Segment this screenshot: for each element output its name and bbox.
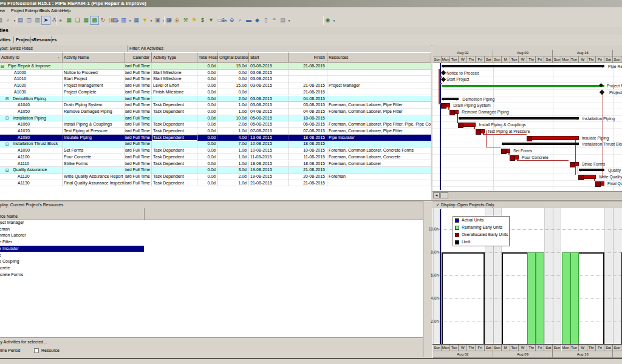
zoom-document-icon[interactable]: ⌕: [56, 16, 64, 24]
collapse-icon[interactable]: ⊟: [5, 96, 9, 101]
activity-row-A1070[interactable]: A1070Test Piping at PressureStandard Ful…: [0, 128, 431, 135]
resource-column-header[interactable]: Resource Name: [0, 208, 423, 220]
activity-row-A1060[interactable]: A1060Install Piping & CouplingsStandard …: [0, 121, 431, 128]
window-layout-icon[interactable]: ◫: [25, 16, 33, 24]
level-of-effort-bar[interactable]: [442, 85, 604, 87]
report-sheet-icon[interactable]: ▤: [279, 16, 287, 24]
horizontal-split-icon[interactable]: ▬: [245, 16, 253, 24]
tab-resources[interactable]: Resources: [33, 35, 56, 44]
column-filter-icon[interactable]: ▼: [57, 53, 60, 62]
milestone-diamond[interactable]: [600, 90, 604, 95]
activity-row-A1000[interactable]: A1000Notice to ProceedStandard Full Time…: [0, 70, 431, 76]
gantt-timescale[interactable]: Aug 02SunMonTueWThrFriSatAug 09SunMTueWT…: [432, 45, 622, 64]
activity-row-group[interactable]: Quality Assurance⊟Standard Full Time0.0d…: [0, 167, 431, 174]
add-activity-icon[interactable]: ▦: [65, 16, 73, 24]
menu-item-help[interactable]: Help: [62, 7, 70, 15]
tab-activities[interactable]: Activities: [0, 35, 10, 44]
globe-icon[interactable]: ◉: [324, 16, 332, 24]
activity-details-icon[interactable]: ▦: [165, 16, 173, 24]
zoom-out-icon[interactable]: ⊖: [228, 16, 236, 24]
activity-row-A1100[interactable]: A1100Pour ConcreteStandard Full TimeTask…: [0, 154, 431, 161]
bottom-layout-icon[interactable]: ▥: [33, 16, 41, 24]
resource-row-common-laborer[interactable]: Common Laborer: [0, 232, 423, 239]
resource-row-pipe[interactable]: Pipe: [0, 252, 423, 259]
activity-row-A1110[interactable]: A1110Strike FormsStandard Full TimeTask …: [0, 161, 431, 167]
pointer-icon[interactable]: ➤: [42, 16, 50, 24]
activity-row-A1090[interactable]: A1090Set FormsStandard Full TimeTask Dep…: [0, 147, 431, 154]
spreadsheet-icon[interactable]: ▦: [132, 16, 140, 24]
activity-row-A1130[interactable]: A1130Final Quality Assurance InspectionS…: [0, 180, 431, 187]
paste-activity-icon[interactable]: ▦: [82, 16, 90, 24]
menu-item-admin[interactable]: Admin: [51, 7, 63, 15]
resource-row-project-manager[interactable]: Project Manager: [0, 220, 423, 226]
resource-row-pipe-insulator[interactable]: Pipe Insulator: [0, 246, 423, 252]
table-layout-icon[interactable]: ▤: [16, 16, 24, 24]
toolbar-group-6-dropdown[interactable]: ▾: [332, 19, 336, 22]
checkbox-resource[interactable]: [34, 348, 39, 353]
assign-resource-icon[interactable]: ▼: [207, 16, 215, 24]
column-header-activity_type[interactable]: Activity Type: [152, 52, 197, 62]
gantt-hscrollbar[interactable]: ◄: [432, 191, 622, 199]
zoom-search-icon[interactable]: ⌕: [236, 16, 244, 24]
column-header-name[interactable]: Activity Name: [63, 52, 125, 62]
resource-row-pipe-fitter[interactable]: Pipe Fitter: [0, 239, 423, 246]
summary-bar[interactable]: [459, 117, 578, 120]
activity-row-group[interactable]: Installation Thrust Block⊟Standard Full …: [0, 141, 431, 147]
summary-bar[interactable]: [502, 143, 579, 145]
menu-item-view[interactable]: View: [0, 7, 5, 15]
window-titlebar[interactable]: Oracle Primavera P6 Professional R15.1 :…: [0, 0, 622, 7]
activity-row-A1010[interactable]: A1010Start ProjectStandard Full TimeStar…: [0, 76, 431, 83]
cost-dollar-icon[interactable]: $: [199, 16, 207, 24]
previous-layout-icon[interactable]: ▤: [0, 16, 4, 24]
resource-row-foreman[interactable]: Foreman: [0, 226, 423, 233]
milestone-diamond[interactable]: [441, 77, 446, 82]
binoculars-search-icon[interactable]: ⌕: [4, 16, 12, 24]
tab-projects[interactable]: Projects: [16, 35, 34, 44]
scroll-thumb[interactable]: [440, 192, 448, 198]
filter-funnel-icon[interactable]: ▼: [141, 16, 149, 24]
activity-row-A1080[interactable]: A1080Insulate PipingStandard Full TimeTa…: [0, 135, 431, 141]
collapse-icon[interactable]: ⊟: [5, 168, 9, 172]
collapse-icon[interactable]: ⊟: [1, 64, 4, 69]
column-header-finish[interactable]: Finish: [289, 52, 327, 62]
column-header-duration[interactable]: Original Duration: [218, 52, 249, 62]
column-header-calendar[interactable]: Calendar: [125, 52, 152, 62]
column-divider[interactable]: [144, 208, 145, 220]
activities-view-icon[interactable]: ▩: [91, 16, 98, 24]
resource-row-pipe-coupling[interactable]: Pipe Coupling: [0, 258, 423, 265]
menu-item-tools[interactable]: Tools: [40, 7, 50, 15]
activity-row-A1030[interactable]: A1030Project CompleteStandard Full TimeF…: [0, 89, 431, 96]
comment-icon[interactable]: ❝: [270, 16, 278, 24]
clock-status-icon[interactable]: ◷: [173, 16, 181, 24]
toolbar-group-5-dropdown[interactable]: ▾: [287, 19, 291, 22]
gantt-diamond-icon[interactable]: ◆: [253, 16, 261, 24]
column-header-id[interactable]: Activity ID▼: [0, 52, 63, 62]
activity-row-A1020[interactable]: A1020Project ManagementStandard Full Tim…: [0, 83, 431, 89]
filter-funnel-icon-dropdown[interactable]: ▾: [149, 19, 153, 22]
copy-activity-icon[interactable]: ❏: [73, 16, 81, 24]
menu-item-project[interactable]: Project: [11, 7, 24, 15]
zoom-in-icon[interactable]: ⊕: [219, 16, 227, 24]
resource-row-concrete[interactable]: Concrete: [0, 265, 423, 272]
network-icon[interactable]: ⚒: [182, 16, 190, 24]
columns-icon[interactable]: ▥: [120, 16, 128, 24]
activity-row-group[interactable]: Installation Piping⊟Standard Full Time0.…: [0, 115, 431, 122]
column-header-start[interactable]: Start: [249, 52, 289, 62]
collapse-icon[interactable]: ⊟: [5, 116, 9, 120]
summary-bar[interactable]: [442, 65, 604, 67]
column-header-total_float[interactable]: Total Float: [197, 52, 218, 62]
activity-row-A1040[interactable]: A1040Drain Piping SystemStandard Full Ti…: [0, 102, 431, 109]
activity-row-group[interactable]: Demolition Piping⊟Standard Full Time0.0d…: [0, 96, 431, 103]
milestone-diamond[interactable]: [441, 70, 446, 75]
group-sort-icon[interactable]: ▤: [111, 16, 119, 24]
activity-row-A1120[interactable]: A1120Write Quality Assurance ReportStand…: [0, 174, 431, 180]
scroll-left-button[interactable]: ◄: [433, 192, 440, 198]
column-header-resources[interactable]: Resources: [327, 52, 431, 62]
resources-icon[interactable]: ⚑: [190, 16, 198, 24]
layout-options-icon[interactable]: ▣: [154, 16, 162, 24]
activity-row-group[interactable]: Pipe Repair & Improve⊟Standard Full Time…: [0, 63, 431, 70]
activity-row-A1050[interactable]: A1050Remove Damaged PipingStandard Full …: [0, 109, 431, 115]
collapse-icon[interactable]: ⊟: [5, 142, 9, 146]
vertical-split-icon[interactable]: ▯: [262, 16, 270, 24]
resource-row-concrete-forms[interactable]: Concrete Forms: [0, 272, 423, 278]
